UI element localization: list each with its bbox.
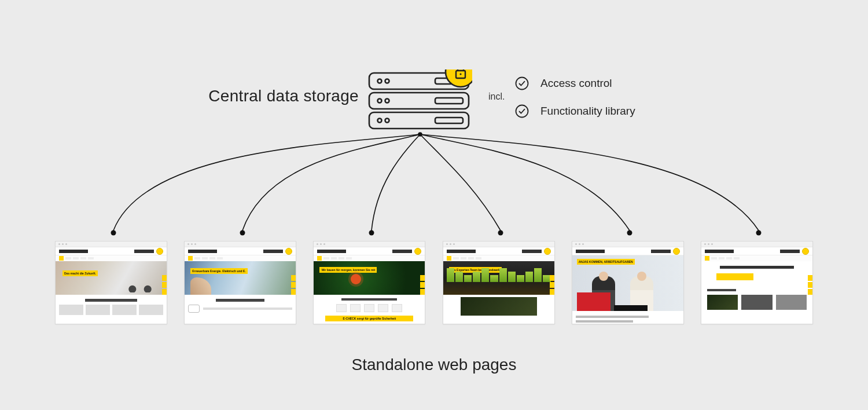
section-title	[85, 299, 137, 302]
connector-lines	[0, 0, 868, 410]
cta-button	[716, 273, 753, 280]
svg-point-7	[378, 119, 382, 123]
webpage-thumbnail: Wir bauen für morgen, kommen Sie mit E-C…	[313, 241, 425, 324]
svg-point-4	[385, 79, 389, 83]
svg-rect-11	[435, 118, 463, 123]
svg-rect-10	[435, 98, 463, 104]
svg-rect-1	[369, 93, 469, 109]
check-icon	[515, 76, 529, 90]
label-standalone-pages: Standalone web pages	[0, 356, 868, 374]
svg-point-8	[385, 119, 389, 123]
svg-point-23	[756, 230, 762, 236]
svg-point-20	[369, 230, 374, 236]
svg-point-21	[498, 230, 503, 236]
section-title	[707, 289, 736, 291]
svg-point-5	[378, 99, 382, 103]
wifi-icon	[351, 274, 361, 284]
feature-label: Access control	[540, 77, 612, 90]
brand-logo-icon	[544, 248, 551, 255]
svg-point-16	[516, 105, 528, 118]
brand-logo-icon	[673, 248, 680, 255]
feature-item: Functionality library	[515, 104, 635, 118]
svg-point-14	[459, 73, 461, 75]
check-icon	[515, 104, 529, 118]
svg-point-19	[240, 230, 245, 236]
svg-point-22	[627, 230, 632, 236]
hero-tag: ANJAS KOMMEN, ARBEITSAUFGABEN	[577, 259, 635, 265]
thumbnails-row: Das macht die Zukunft. Erneuerbare Energ…	[55, 241, 813, 324]
svg-point-3	[378, 79, 382, 83]
hero-tag: Das macht die Zukunft.	[62, 270, 98, 276]
feature-list: Access control Functionality library	[515, 76, 635, 132]
webpage-thumbnail	[701, 241, 813, 324]
server-icon	[368, 69, 472, 133]
page-title	[720, 266, 794, 269]
label-central-storage: Central data storage	[0, 87, 359, 105]
svg-point-6	[385, 99, 389, 103]
webpage-thumbnail: Erneuerbare Energie. Elektrisch und E.	[184, 241, 296, 324]
banner: E-CHECK sorgt für geprüfte Sicherheit	[325, 316, 413, 321]
label-incl: incl.	[488, 91, 505, 102]
webpage-thumbnail: Das macht die Zukunft.	[55, 241, 167, 324]
brand-logo-icon	[156, 248, 163, 255]
feature-label: Functionality library	[540, 105, 635, 118]
brand-logo-icon	[285, 248, 292, 255]
hero-tag: Wir bauen für morgen, kommen Sie mit	[319, 267, 377, 273]
svg-point-18	[111, 230, 116, 236]
section-title	[216, 299, 264, 302]
hero-tag: Erneuerbare Energie. Elektrisch und E.	[190, 268, 248, 274]
feature-item: Access control	[515, 76, 635, 90]
webpage-thumbnail: Das Experten-Team bei E-Handwerk	[443, 241, 555, 324]
svg-rect-2	[369, 112, 469, 129]
section-title	[341, 298, 397, 301]
svg-point-15	[516, 78, 528, 90]
brand-logo-icon	[802, 248, 809, 255]
webpage-thumbnail: ANJAS KOMMEN, ARBEITSAUFGABEN	[572, 241, 684, 324]
brand-logo-icon	[414, 248, 421, 255]
